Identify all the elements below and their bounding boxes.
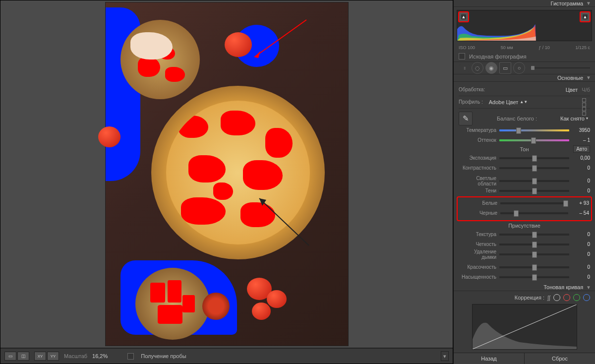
curve-parametric-icon[interactable]: ∫∫ xyxy=(547,295,550,301)
texture-value[interactable]: 0 xyxy=(572,232,590,237)
basic-title: Основные xyxy=(557,75,583,81)
view-compare-icon[interactable]: ◫ xyxy=(17,352,29,361)
zoom-label: Масштаб xyxy=(64,353,87,359)
collapse-icon[interactable]: ▼ xyxy=(586,0,591,6)
texture-label: Текстура xyxy=(459,232,496,237)
contrast-label: Контрастность xyxy=(459,165,496,171)
mask-slider[interactable] xyxy=(531,67,590,68)
toolbar-more-icon[interactable]: ▾ xyxy=(441,351,449,361)
hist-iso: ISO 100 xyxy=(459,45,475,50)
treatment-label: Обработка: xyxy=(459,87,485,92)
histogram[interactable]: ▲ ▲ xyxy=(457,10,592,41)
temp-slider[interactable] xyxy=(499,129,569,131)
wb-eyedropper-icon[interactable]: ✎ xyxy=(459,112,473,125)
view-toolbar: ▭ ◫ XY YY Масштаб 16,2% Получение пробы … xyxy=(0,348,453,364)
vibrance-label: Красочность xyxy=(459,264,496,270)
view-single-icon[interactable]: ▭ xyxy=(4,352,16,361)
whites-value[interactable]: + 93 xyxy=(571,200,589,206)
wb-label: Баланс белого : xyxy=(478,116,555,121)
shadows-value[interactable]: 0 xyxy=(572,188,590,193)
tone-title: Тон Авто xyxy=(459,145,590,153)
highlight-clip-toggle[interactable]: ▲ xyxy=(580,11,591,22)
tone-curve[interactable] xyxy=(472,304,577,350)
treatment-color[interactable]: Цвет xyxy=(566,87,578,93)
view-before-after-h-icon[interactable]: XY xyxy=(34,352,46,361)
exposure-label: Экспозиция xyxy=(459,155,496,161)
source-photo-label: Исходная фотография xyxy=(469,54,527,60)
treatment-bw[interactable]: Ч/б xyxy=(582,87,590,93)
exposure-value[interactable]: 0,00 xyxy=(572,155,590,161)
vibrance-slider[interactable] xyxy=(499,266,569,268)
hist-shutter: 1/125 с xyxy=(575,45,590,50)
highlights-slider[interactable] xyxy=(499,180,569,182)
spot-tool-icon[interactable]: ◌ xyxy=(472,62,483,74)
whites-blacks-highlight: Белые + 93 Черные – 54 xyxy=(457,196,592,221)
blacks-value[interactable]: – 54 xyxy=(571,210,589,216)
collapse-icon[interactable]: ▼ xyxy=(586,285,591,290)
contrast-value[interactable]: 0 xyxy=(572,165,590,171)
back-button[interactable]: Назад xyxy=(454,353,525,364)
histogram-header[interactable]: Гистограмма ▼ xyxy=(454,0,595,7)
blacks-label: Черные xyxy=(460,210,497,216)
whites-label: Белые xyxy=(460,200,497,206)
curve-blue-icon[interactable] xyxy=(583,294,590,301)
highlights-value[interactable]: 0 xyxy=(572,178,590,183)
grad-tool-icon[interactable]: ▭ xyxy=(499,62,511,74)
hist-focal: 50 мм xyxy=(501,45,513,50)
clarity-label: Четкость xyxy=(459,242,496,247)
shadow-clip-toggle[interactable]: ▲ xyxy=(458,11,469,22)
blacks-slider[interactable] xyxy=(500,212,568,214)
curve-header[interactable]: Тоновая кривая ▼ xyxy=(454,284,595,291)
redeye-tool-icon[interactable]: ◉ xyxy=(485,62,497,74)
wb-select[interactable]: Как снято ▾ xyxy=(558,115,590,122)
dehaze-value[interactable]: 0 xyxy=(572,251,590,257)
vibrance-value[interactable]: 0 xyxy=(572,264,590,270)
dehaze-label: Удаление дымки xyxy=(459,249,496,260)
zoom-value[interactable]: 16,2% xyxy=(92,353,108,359)
tint-value[interactable]: – 1 xyxy=(572,137,590,143)
shadows-slider[interactable] xyxy=(499,190,569,192)
view-before-after-v-icon[interactable]: YY xyxy=(47,352,59,361)
saturation-slider[interactable] xyxy=(499,276,569,278)
source-photo-checkbox[interactable] xyxy=(459,53,465,60)
dehaze-slider[interactable] xyxy=(499,253,569,255)
saturation-value[interactable]: 0 xyxy=(572,274,590,280)
curve-rgb-icon[interactable] xyxy=(553,294,560,301)
curve-red-icon[interactable] xyxy=(563,294,570,301)
canvas-area[interactable] xyxy=(0,0,453,348)
clarity-slider[interactable] xyxy=(499,243,569,245)
photo-preview xyxy=(106,2,348,346)
highlights-label: Светлые области xyxy=(459,176,496,186)
texture-slider[interactable] xyxy=(499,234,569,236)
profile-label: Профиль : xyxy=(459,99,483,105)
correction-label: Коррекция : xyxy=(515,295,544,301)
crop-tool-icon[interactable]: ⠿ xyxy=(459,62,470,73)
histogram-title: Гистограмма xyxy=(551,0,584,6)
saturation-label: Насыщенность xyxy=(459,274,496,280)
clarity-value[interactable]: 0 xyxy=(572,242,590,247)
contrast-slider[interactable] xyxy=(499,167,569,169)
temp-value[interactable]: 3950 xyxy=(572,127,590,133)
reset-button[interactable]: Сброс xyxy=(525,353,595,364)
curve-title: Тоновая кривая xyxy=(543,284,583,290)
presence-title: Присутствие xyxy=(459,222,590,230)
sample-checkbox[interactable] xyxy=(127,353,134,360)
tint-label: Оттенок xyxy=(459,137,496,143)
tint-slider[interactable] xyxy=(499,139,569,141)
whites-slider[interactable] xyxy=(500,202,568,204)
exposure-slider[interactable] xyxy=(499,157,569,159)
basic-header[interactable]: Основные ▼ xyxy=(454,74,595,81)
auto-button[interactable]: Авто xyxy=(573,145,590,153)
profile-select[interactable]: Adobe Цвет ▲▼ xyxy=(487,99,530,106)
profile-browser-icon[interactable] xyxy=(582,98,590,106)
curve-green-icon[interactable] xyxy=(573,294,580,301)
radial-tool-icon[interactable]: ○ xyxy=(513,62,525,74)
hist-aperture: ƒ / 10 xyxy=(538,45,550,50)
collapse-icon[interactable]: ▼ xyxy=(586,75,591,80)
shadows-label: Тени xyxy=(459,188,496,193)
sample-label: Получение пробы xyxy=(141,353,186,359)
temp-label: Температура xyxy=(459,127,496,133)
